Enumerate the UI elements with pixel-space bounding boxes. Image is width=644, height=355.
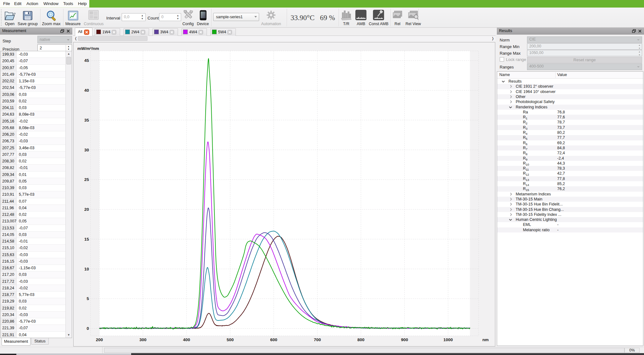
- svg-text:900: 900: [401, 337, 408, 342]
- svg-text:700: 700: [314, 337, 321, 342]
- svg-text:10: 10: [84, 267, 89, 271]
- svg-text:mW/m²/nm: mW/m²/nm: [77, 46, 99, 51]
- svg-text:200: 200: [96, 337, 103, 342]
- svg-text:30: 30: [84, 148, 89, 152]
- svg-text:1000: 1000: [443, 337, 453, 342]
- svg-text:35: 35: [84, 118, 89, 123]
- svg-text:800: 800: [358, 337, 365, 342]
- svg-text:400: 400: [183, 337, 190, 342]
- svg-text:15: 15: [84, 237, 89, 242]
- svg-text:20: 20: [84, 207, 89, 212]
- svg-text:0: 0: [86, 326, 89, 331]
- svg-text:300: 300: [139, 337, 147, 342]
- svg-text:25: 25: [84, 177, 89, 182]
- svg-text:600: 600: [270, 337, 277, 342]
- svg-text:500: 500: [227, 337, 234, 342]
- svg-text:nm: nm: [482, 337, 489, 342]
- svg-text:5: 5: [86, 296, 89, 301]
- svg-text:45: 45: [84, 58, 89, 63]
- svg-text:40: 40: [84, 88, 89, 93]
